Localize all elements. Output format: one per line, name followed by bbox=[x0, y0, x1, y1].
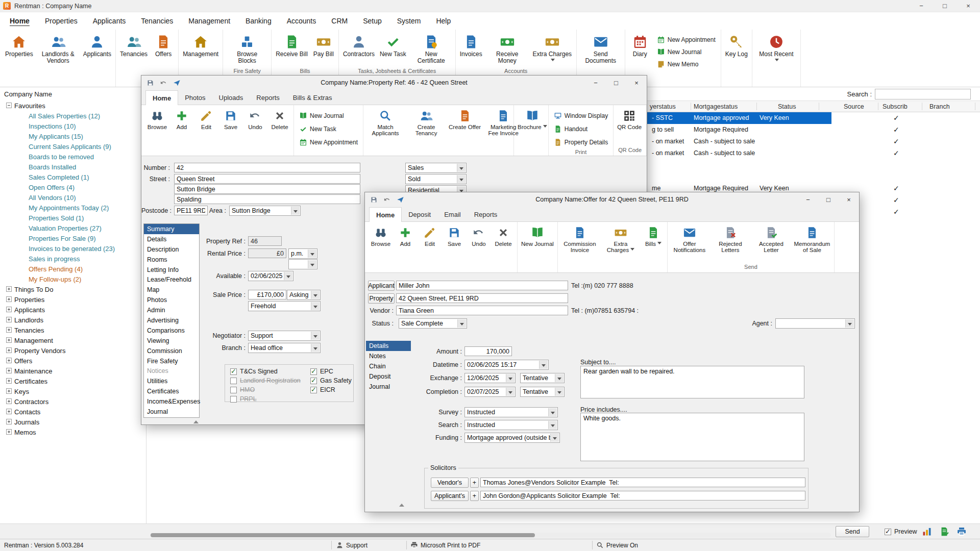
close-button[interactable]: × bbox=[957, 0, 980, 12]
column-header[interactable]: Subscrib bbox=[883, 103, 908, 110]
dialog-tab[interactable]: Home bbox=[369, 207, 402, 222]
sidebar-item[interactable]: My Appointments Today (2) bbox=[0, 203, 146, 213]
ribbon-button[interactable]: Extra Charges bbox=[600, 224, 641, 253]
printer-label[interactable]: Microsoft Print to PDF bbox=[421, 542, 480, 549]
tree-expand-icon[interactable] bbox=[6, 103, 12, 108]
funding-select[interactable]: Mortgage approved (outside broke bbox=[464, 433, 560, 443]
ribbon-button[interactable]: Extra Charges bbox=[530, 32, 575, 64]
ribbon-button[interactable]: Save bbox=[218, 107, 243, 130]
ribbon-button[interactable]: Browse bbox=[145, 107, 169, 130]
sidebar-item[interactable]: Inspections (10) bbox=[0, 121, 146, 131]
ribbon-button[interactable]: Undo bbox=[467, 224, 491, 247]
section-list-item[interactable]: Journal bbox=[144, 407, 199, 417]
search-status-select[interactable]: Instructed bbox=[464, 420, 558, 430]
ribbon-button[interactable]: Bills bbox=[641, 224, 666, 247]
section-list-item[interactable]: Description bbox=[144, 244, 199, 255]
ribbon-button[interactable]: Commission Invoice bbox=[559, 224, 600, 253]
vendor-solicitor-add-button[interactable]: + bbox=[470, 478, 479, 488]
applicant-solicitor-add-button[interactable]: + bbox=[470, 491, 479, 501]
menu-item[interactable]: Home bbox=[2, 12, 37, 30]
number-field[interactable] bbox=[174, 163, 360, 172]
menu-item[interactable]: Tenancies bbox=[133, 12, 181, 30]
completion-status-select[interactable]: Tentative bbox=[520, 387, 565, 397]
completion-date-select[interactable]: 02/07/2025 bbox=[464, 387, 516, 397]
section-list-item[interactable]: Comparisons bbox=[144, 325, 199, 336]
ribbon-button[interactable]: New Memo bbox=[653, 58, 719, 70]
sidebar-item[interactable]: Favourites bbox=[0, 101, 146, 111]
sidebar-item[interactable]: Property Vendors bbox=[0, 345, 146, 356]
property-button[interactable]: Property bbox=[368, 293, 395, 304]
minimize-button[interactable]: − bbox=[798, 192, 818, 207]
ribbon-button[interactable]: Key Log bbox=[723, 32, 750, 58]
subscribe-checkbox[interactable] bbox=[893, 172, 901, 180]
qat-send-icon[interactable] bbox=[173, 79, 181, 87]
ribbon-button[interactable]: Save bbox=[442, 224, 467, 247]
section-list-item[interactable]: Utilities bbox=[144, 376, 199, 386]
sidebar-item[interactable]: Sales in progress bbox=[0, 254, 146, 264]
ribbon-button[interactable]: Handout bbox=[550, 122, 611, 136]
sidebar-item[interactable]: Boards Installed bbox=[0, 162, 146, 172]
sidebar-item[interactable]: Offers bbox=[0, 356, 146, 366]
compliance-checkbox[interactable]: Gas Safety bbox=[310, 377, 352, 384]
dialog-tab[interactable]: Home bbox=[145, 90, 178, 105]
tree-expand-icon[interactable] bbox=[6, 347, 12, 353]
horizontal-scrollbar[interactable] bbox=[150, 533, 831, 538]
subscribe-checkbox[interactable] bbox=[893, 137, 901, 145]
tree-expand-icon[interactable] bbox=[6, 337, 12, 343]
sidebar-item[interactable]: Tenancies bbox=[0, 325, 146, 335]
ribbon-button[interactable]: Match Applicants bbox=[365, 107, 406, 136]
ribbon-button[interactable]: New Journal bbox=[519, 224, 556, 247]
street-field-2[interactable] bbox=[174, 184, 360, 194]
tree-expand-icon[interactable] bbox=[6, 409, 12, 414]
ribbon-button[interactable]: New Journal bbox=[296, 109, 361, 122]
ribbon-button[interactable]: Add bbox=[169, 107, 194, 130]
exchange-status-select[interactable]: Tentative bbox=[520, 373, 565, 383]
dialog-tab[interactable]: Email bbox=[437, 207, 468, 222]
survey-select[interactable]: Instructed bbox=[464, 407, 558, 417]
tree-expand-icon[interactable] bbox=[6, 429, 12, 435]
section-list-item[interactable]: Notes bbox=[366, 351, 411, 361]
sidebar-item[interactable]: Certificates bbox=[0, 376, 146, 386]
subscribe-checkbox[interactable] bbox=[893, 114, 901, 121]
ribbon-button[interactable]: Rejected Letters bbox=[710, 224, 751, 253]
ribbon-button[interactable]: Delete bbox=[491, 224, 516, 247]
sidebar-item[interactable]: Management bbox=[0, 335, 146, 345]
preview-checkbox[interactable]: Preview bbox=[885, 528, 917, 535]
menu-item[interactable]: System bbox=[389, 12, 429, 30]
ribbon-button[interactable]: New Certificate bbox=[409, 32, 454, 64]
scroll-up-icon[interactable] bbox=[192, 418, 200, 425]
ribbon-button[interactable]: Pay Bill bbox=[310, 32, 337, 58]
sidebar-item[interactable]: Boards to be removed bbox=[0, 152, 146, 162]
menu-item[interactable]: CRM bbox=[324, 12, 355, 30]
compliance-checkbox[interactable]: Landlord Registration bbox=[230, 377, 301, 384]
column-header[interactable]: Source bbox=[844, 103, 864, 110]
qat-undo-icon[interactable] bbox=[160, 79, 167, 87]
menu-item[interactable]: Help bbox=[428, 12, 458, 30]
ribbon-button[interactable]: Send Documents bbox=[578, 32, 623, 64]
sidebar-item[interactable]: Open Offers (4) bbox=[0, 182, 146, 192]
subject-to-textarea[interactable]: Rear garden wall to be repaired. bbox=[580, 366, 804, 398]
ribbon-button[interactable]: Receive Money bbox=[485, 32, 530, 64]
section-list-item[interactable]: Admin bbox=[144, 305, 199, 315]
qat-undo-icon[interactable] bbox=[383, 196, 391, 204]
dialog-tab[interactable]: Bills & Extras bbox=[286, 90, 339, 105]
ribbon-button[interactable]: Management bbox=[180, 32, 221, 58]
section-list-item[interactable]: Journal bbox=[366, 382, 411, 392]
ribbon-button[interactable]: New Appointment bbox=[296, 136, 361, 149]
section-list-item[interactable]: Viewing bbox=[144, 336, 199, 346]
section-list-item[interactable]: Details bbox=[144, 234, 199, 244]
maximize-button[interactable]: □ bbox=[818, 192, 839, 207]
maximize-button[interactable]: □ bbox=[933, 0, 957, 12]
sidebar-item[interactable]: Memos bbox=[0, 427, 146, 437]
street-field-3[interactable] bbox=[174, 194, 360, 204]
preview-on-icon[interactable] bbox=[596, 541, 604, 549]
ribbon-button[interactable]: Invoices bbox=[457, 32, 485, 58]
ribbon-button[interactable]: Delete bbox=[267, 107, 292, 130]
support-label[interactable]: Support bbox=[346, 542, 368, 549]
ribbon-button[interactable]: Brochure bbox=[516, 107, 549, 130]
ribbon-button[interactable]: New Task bbox=[377, 32, 409, 58]
tree-expand-icon[interactable] bbox=[6, 296, 12, 302]
scroll-up-icon[interactable] bbox=[398, 502, 405, 508]
send-button[interactable]: Send bbox=[836, 526, 869, 537]
ribbon-button[interactable]: Landlords & Vendors bbox=[36, 32, 81, 64]
